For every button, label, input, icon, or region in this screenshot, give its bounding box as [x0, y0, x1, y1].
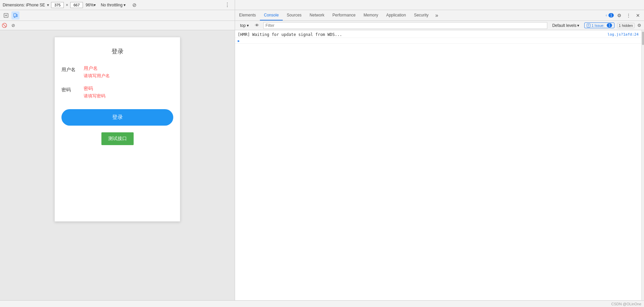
scrollbar-thumb	[642, 32, 644, 45]
username-field: 用户名 请填写用户名	[84, 65, 173, 79]
customize-button[interactable]: ⋮	[625, 11, 633, 19]
console-output: [HMR] Waiting for update signal from WDS…	[235, 30, 641, 300]
svg-point-7	[588, 26, 589, 26]
svg-point-5	[606, 15, 607, 16]
password-label: 密码	[61, 86, 78, 93]
issue-label: 1 Issue:	[592, 24, 605, 28]
tab-more-button[interactable]: »	[432, 10, 441, 20]
toolbar-left: Dimensions: iPhone SE ▾ × 96%▾ No thrott…	[0, 0, 235, 10]
console-panel: [HMR] Waiting for update signal from WDS…	[235, 30, 641, 300]
tab-security[interactable]: Security	[410, 10, 432, 20]
context-selector[interactable]: top ▾	[238, 22, 251, 29]
mobile-frame: 登录 用户名 用户名 请填写用户名 密码 密码 请填写密码 登录 测试接口	[54, 37, 180, 222]
zoom-button[interactable]: 96%▾	[84, 3, 97, 7]
device-toolbar-button[interactable]	[11, 11, 19, 19]
svg-rect-2	[14, 17, 15, 17]
tab-application[interactable]: Application	[382, 10, 410, 20]
devtools-tabs-row: Elements Console Sources Network Perform…	[0, 10, 644, 21]
issues-count-display[interactable]: 1 Issue: 1	[584, 23, 614, 28]
main-content: 登录 用户名 用户名 请填写用户名 密码 密码 请填写密码 登录 测试接口	[0, 30, 644, 300]
live-expression-button[interactable]: 👁	[254, 22, 261, 29]
more-options-button[interactable]: ⋮	[223, 2, 232, 8]
console-toolbar-left: 🚫 ⊘	[0, 21, 235, 30]
throttle-label: No throttling	[101, 3, 123, 7]
devtools-icons-left	[0, 10, 235, 20]
password-hint: 请填写密码	[84, 93, 173, 99]
levels-arrow: ▾	[577, 23, 579, 28]
console-toolbar-right: top ▾ 👁 Default levels ▾ 1 Issue: 1 1 hi…	[235, 22, 644, 29]
password-row: 密码 密码 请填写密码	[61, 86, 173, 99]
log-source-hmr[interactable]: log.js?1afd:24	[607, 32, 639, 37]
tab-sources[interactable]: Sources	[283, 10, 306, 20]
bottom-credits: CSDN @OLinOne	[611, 302, 641, 306]
issue-icon	[587, 24, 591, 28]
tab-console[interactable]: Console	[260, 10, 283, 20]
console-gear-button[interactable]: ⚙	[637, 23, 641, 28]
issue-number-badge: 1	[607, 23, 612, 28]
default-levels-button[interactable]: Default levels ▾	[550, 22, 582, 29]
issues-count-badge: 1	[608, 13, 614, 17]
browser-preview: 登录 用户名 用户名 请填写用户名 密码 密码 请填写密码 登录 测试接口	[0, 30, 235, 300]
no-cache-icon[interactable]: ⊘	[131, 1, 139, 9]
dimensions-label: Dimensions: iPhone SE	[3, 3, 45, 7]
inspect-element-button[interactable]	[2, 11, 10, 19]
test-api-button[interactable]: 测试接口	[101, 132, 134, 145]
close-devtools-button[interactable]: ✕	[634, 11, 642, 19]
username-hint: 请填写用户名	[84, 73, 173, 79]
username-label: 用户名	[61, 65, 78, 73]
username-value[interactable]: 用户名	[84, 65, 173, 72]
context-label: top	[240, 23, 246, 28]
tab-icons-right: 1 ⚙ ⋮ ✕	[604, 10, 644, 20]
devtools-toolbar: Dimensions: iPhone SE ▾ × 96%▾ No thrott…	[0, 0, 644, 10]
svg-rect-1	[14, 13, 16, 17]
console-toolbar: 🚫 ⊘ top ▾ 👁 Default levels ▾ 1 Issue: 1 …	[0, 21, 644, 30]
console-settings-button[interactable]: ⊘	[9, 22, 17, 29]
dropdown-arrow: ▾	[47, 3, 49, 7]
login-title: 登录	[61, 47, 173, 55]
log-text-hmr: [HMR] Waiting for update signal from WDS…	[238, 32, 607, 37]
cross-separator: ×	[66, 3, 68, 7]
clear-console-button[interactable]: 🚫	[1, 22, 8, 29]
throttle-arrow: ▾	[124, 3, 126, 7]
svg-rect-3	[16, 14, 17, 17]
console-input-line[interactable]: ▶	[235, 38, 641, 44]
issues-button[interactable]: 1	[606, 11, 614, 19]
console-caret-icon: ▶	[238, 39, 240, 43]
password-value[interactable]: 密码	[84, 86, 173, 92]
console-log-hmr: [HMR] Waiting for update signal from WDS…	[235, 32, 641, 38]
filter-input[interactable]	[263, 22, 547, 29]
bottom-bar: CSDN @OLinOne	[0, 300, 644, 307]
throttle-button[interactable]: No throttling ▾	[98, 2, 128, 8]
tab-elements[interactable]: Elements	[235, 10, 260, 20]
password-field: 密码 请填写密码	[84, 86, 173, 99]
tab-performance[interactable]: Performance	[328, 10, 360, 20]
username-row: 用户名 用户名 请填写用户名	[61, 65, 173, 79]
tab-memory[interactable]: Memory	[360, 10, 382, 20]
context-dropdown-arrow: ▾	[247, 23, 249, 28]
devtools-tabs: Elements Console Sources Network Perform…	[235, 10, 604, 20]
right-scrollbar[interactable]	[641, 30, 644, 300]
hidden-count-badge[interactable]: 1 hidden	[617, 23, 635, 28]
width-input[interactable]	[51, 2, 64, 8]
tab-network[interactable]: Network	[306, 10, 328, 20]
height-input[interactable]	[70, 2, 83, 8]
login-button[interactable]: 登录	[61, 109, 173, 126]
settings-button[interactable]: ⚙	[615, 11, 623, 19]
